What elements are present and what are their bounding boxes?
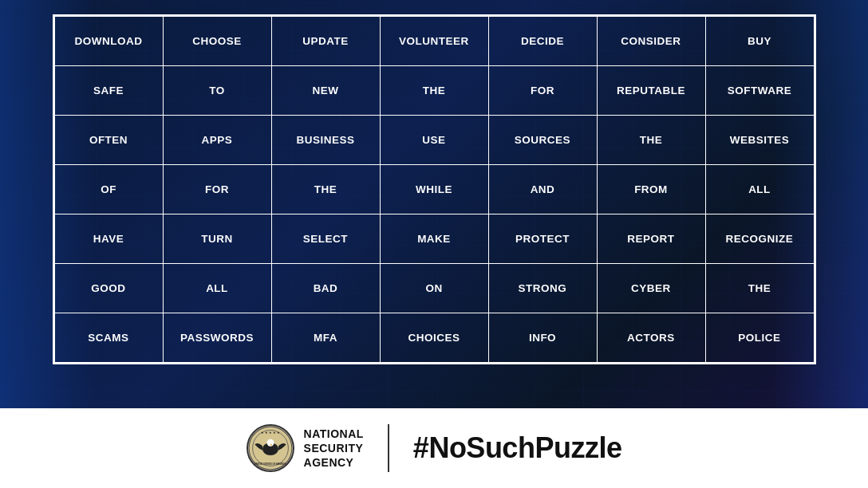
- grid-cell: ON: [380, 264, 488, 313]
- grid-cell: OF: [54, 165, 163, 214]
- grid-cell: SCAMS: [54, 313, 163, 363]
- grid-cell: NEW: [271, 66, 380, 116]
- grid-cell: DECIDE: [488, 17, 597, 66]
- grid-cell: AND: [488, 165, 597, 214]
- grid-cell: REPUTABLE: [597, 66, 705, 116]
- grid-cell: TURN: [163, 214, 271, 264]
- grid-cell: ALL: [163, 264, 271, 313]
- svg-text:★ ★ ★ ★ ★: ★ ★ ★ ★ ★: [260, 431, 279, 435]
- grid-cell: HAVE: [54, 214, 163, 264]
- grid-cell: MFA: [271, 313, 380, 363]
- word-grid-container: DOWNLOADCHOOSEUPDATEVOLUNTEERDECIDECONSI…: [53, 14, 816, 364]
- grid-cell: GOOD: [54, 264, 163, 313]
- footer-right: #NoSuchPuzzle: [389, 431, 622, 465]
- word-grid-table: DOWNLOADCHOOSEUPDATEVOLUNTEERDECIDECONSI…: [54, 16, 815, 363]
- footer: ★ ★ ★ ★ ★ UNITED STATES OF AMERICA NATIO…: [0, 408, 868, 488]
- grid-cell: VOLUNTEER: [380, 17, 488, 66]
- grid-cell: ACTORS: [597, 313, 705, 363]
- svg-text:UNITED STATES OF AMERICA: UNITED STATES OF AMERICA: [254, 462, 286, 466]
- grid-cell: THE: [597, 116, 705, 165]
- grid-cell: BUY: [705, 17, 814, 66]
- grid-cell: PASSWORDS: [163, 313, 271, 363]
- grid-cell: OFTEN: [54, 116, 163, 165]
- grid-cell: WHILE: [380, 165, 488, 214]
- grid-cell: WEBSITES: [705, 116, 814, 165]
- grid-cell: REPORT: [597, 214, 705, 264]
- grid-cell: CHOOSE: [163, 17, 271, 66]
- grid-cell: DOWNLOAD: [54, 17, 163, 66]
- grid-cell: RECOGNIZE: [705, 214, 814, 264]
- grid-cell: TO: [163, 66, 271, 116]
- grid-cell: THE: [705, 264, 814, 313]
- grid-cell: BUSINESS: [271, 116, 380, 165]
- grid-cell: PROTECT: [488, 214, 597, 264]
- grid-cell: BAD: [271, 264, 380, 313]
- grid-cell: SELECT: [271, 214, 380, 264]
- grid-cell: APPS: [163, 116, 271, 165]
- grid-cell: THE: [380, 66, 488, 116]
- main-content: DOWNLOADCHOOSEUPDATEVOLUNTEERDECIDECONSI…: [0, 0, 868, 488]
- grid-cell: STRONG: [488, 264, 597, 313]
- grid-cell: ALL: [705, 165, 814, 214]
- grid-cell: POLICE: [705, 313, 814, 363]
- grid-cell: SOURCES: [488, 116, 597, 165]
- grid-cell: SOFTWARE: [705, 66, 814, 116]
- grid-cell: SAFE: [54, 66, 163, 116]
- grid-cell: MAKE: [380, 214, 488, 264]
- grid-cell: FOR: [488, 66, 597, 116]
- nsa-seal: ★ ★ ★ ★ ★ UNITED STATES OF AMERICA: [247, 424, 294, 472]
- hashtag-text: #NoSuchPuzzle: [413, 431, 622, 465]
- grid-cell: INFO: [488, 313, 597, 363]
- grid-cell: FROM: [597, 165, 705, 214]
- grid-cell: CHOICES: [380, 313, 488, 363]
- nsa-name: NATIONALSECURITYAGENCY: [304, 427, 364, 470]
- grid-cell: CYBER: [597, 264, 705, 313]
- grid-cell: UPDATE: [271, 17, 380, 66]
- footer-left: ★ ★ ★ ★ ★ UNITED STATES OF AMERICA NATIO…: [247, 424, 389, 472]
- grid-cell: USE: [380, 116, 488, 165]
- grid-cell: FOR: [163, 165, 271, 214]
- grid-cell: CONSIDER: [597, 17, 705, 66]
- grid-cell: THE: [271, 165, 380, 214]
